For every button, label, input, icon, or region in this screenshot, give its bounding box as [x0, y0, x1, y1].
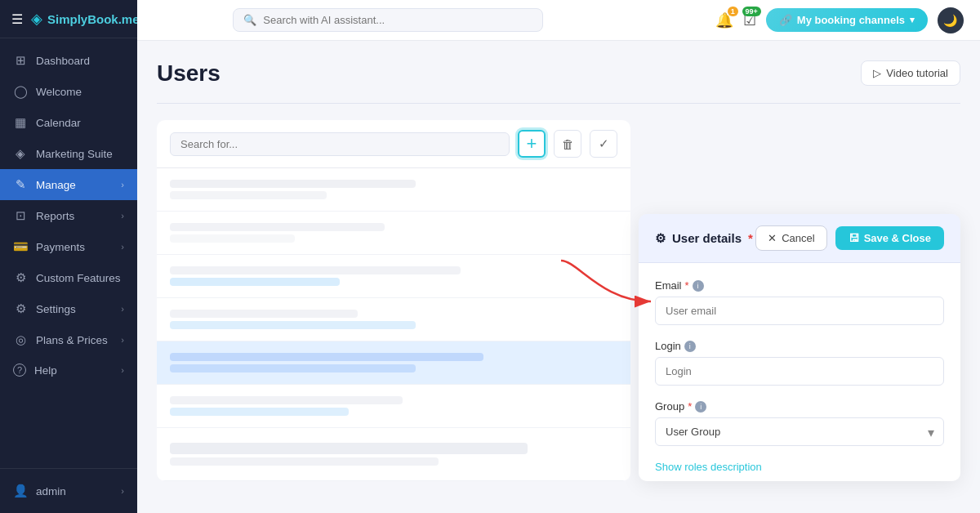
- chevron-down-icon: ▾: [910, 15, 915, 25]
- user-row[interactable]: [157, 341, 630, 385]
- user-row-name: [170, 266, 461, 274]
- sidebar-item-calendar[interactable]: ▦ Calendar: [0, 107, 137, 138]
- sidebar-item-plans-prices[interactable]: ◎ Plans & Prices ›: [0, 324, 137, 355]
- required-star: *: [748, 231, 753, 245]
- plans-icon: ◎: [13, 332, 28, 347]
- cancel-button[interactable]: ✕ Cancel: [755, 225, 826, 251]
- user-row[interactable]: [157, 168, 630, 212]
- panel-title: ⚙ User details *: [655, 231, 753, 246]
- check-icon: ✓: [599, 136, 609, 151]
- show-roles-link[interactable]: Show roles description: [655, 461, 944, 473]
- chevron-right-icon: ›: [121, 211, 124, 221]
- custom-features-icon: ⚙: [13, 270, 28, 285]
- manage-icon: ✎: [13, 177, 28, 192]
- play-icon: ▷: [873, 67, 881, 79]
- user-row[interactable]: [157, 428, 630, 481]
- group-field-group: Group * i User Group Admin Staff ▾: [655, 400, 944, 446]
- user-search-wrap[interactable]: [170, 132, 510, 156]
- required-star: *: [688, 400, 692, 413]
- booking-channels-button[interactable]: 🔗 My booking channels ▾: [766, 8, 928, 32]
- login-input[interactable]: [655, 357, 944, 386]
- video-tutorial-button[interactable]: ▷ Video tutorial: [861, 60, 960, 86]
- x-icon: ✕: [768, 232, 777, 244]
- sidebar-item-label: Payments: [36, 241, 113, 253]
- email-input[interactable]: [655, 297, 944, 325]
- user-row-name: [170, 443, 528, 454]
- login-info-icon[interactable]: i: [684, 341, 696, 352]
- sidebar-item-reports[interactable]: ⊡ Reports ›: [0, 200, 137, 231]
- main-content: Users ▷ Video tutorial + 🗑 ✓: [137, 41, 980, 513]
- user-row-detail: [170, 457, 439, 466]
- panel-actions: ✕ Cancel 🖫 Save & Close: [755, 225, 944, 251]
- payments-icon: 💳: [13, 239, 28, 254]
- chevron-right-icon: ›: [121, 180, 124, 190]
- user-row[interactable]: [157, 255, 630, 298]
- task-badge: 99+: [742, 7, 761, 16]
- group-select[interactable]: User Group Admin Staff: [655, 417, 944, 446]
- sidebar-nav: ⊞ Dashboard ◯ Welcome ▦ Calendar ◈ Marke…: [0, 38, 137, 468]
- notification-bell[interactable]: 🔔 1: [715, 11, 733, 29]
- user-row-name: [170, 180, 416, 188]
- sidebar-item-label: Marketing Suite: [36, 148, 124, 160]
- user-row-detail: [170, 234, 295, 243]
- sidebar: ☰ ◈ SimplyBook.me ⊞ Dashboard ◯ Welcome …: [0, 0, 137, 513]
- sidebar-item-label: Reports: [36, 210, 113, 222]
- search-icon: 🔍: [243, 14, 256, 26]
- welcome-icon: ◯: [13, 84, 28, 99]
- sidebar-item-custom-features[interactable]: ⚙ Custom Features: [0, 262, 137, 293]
- page-header: Users ▷ Video tutorial: [157, 60, 960, 87]
- sidebar-item-label: Plans & Prices: [36, 334, 113, 346]
- save-close-label: Save & Close: [864, 232, 931, 244]
- content-area: + 🗑 ✓: [157, 120, 960, 481]
- sidebar-item-label: Welcome: [36, 86, 124, 98]
- email-info-icon[interactable]: i: [693, 280, 704, 292]
- user-row-name: [170, 223, 385, 231]
- sidebar-item-label: Dashboard: [36, 55, 124, 67]
- sidebar-item-label: Settings: [36, 303, 113, 315]
- admin-icon: 👤: [13, 484, 28, 498]
- cancel-label: Cancel: [782, 232, 814, 244]
- sidebar-item-payments[interactable]: 💳 Payments ›: [0, 231, 137, 262]
- hamburger-icon[interactable]: ☰: [11, 11, 23, 27]
- task-icon[interactable]: ☑ 99+: [743, 11, 756, 29]
- user-row[interactable]: [157, 212, 630, 255]
- select-all-button[interactable]: ✓: [590, 130, 617, 158]
- sidebar-item-manage[interactable]: ✎ Manage ›: [0, 169, 137, 200]
- sidebar-item-label: Help: [34, 364, 113, 377]
- delete-button[interactable]: 🗑: [554, 130, 581, 158]
- marketing-icon: ◈: [13, 146, 28, 161]
- user-row[interactable]: [157, 385, 630, 428]
- sidebar-item-marketing-suite[interactable]: ◈ Marketing Suite: [0, 138, 137, 169]
- user-details-panel: ⚙ User details * ✕ Cancel 🖫 Save & Close: [639, 214, 960, 481]
- sidebar-item-admin[interactable]: 👤 admin ›: [0, 475, 137, 506]
- group-select-wrap: User Group Admin Staff ▾: [655, 417, 944, 446]
- chevron-right-icon: ›: [121, 365, 124, 375]
- user-row-detail: [170, 278, 340, 286]
- search-bar[interactable]: 🔍: [233, 8, 543, 32]
- sliders-icon: ⚙: [655, 231, 666, 246]
- user-row-detail: [170, 321, 416, 329]
- calendar-icon: ▦: [13, 115, 28, 130]
- sidebar-item-label: Custom Features: [36, 272, 124, 284]
- panel-body: Email * i Login i Gr: [639, 263, 960, 481]
- dark-mode-button[interactable]: 🌙: [938, 7, 964, 33]
- sidebar-item-welcome[interactable]: ◯ Welcome: [0, 76, 137, 107]
- sidebar-item-help[interactable]: ? Help ›: [0, 355, 137, 385]
- sidebar-item-settings[interactable]: ⚙ Settings ›: [0, 293, 137, 324]
- help-icon: ?: [13, 364, 26, 377]
- sidebar-item-dashboard[interactable]: ⊞ Dashboard: [0, 45, 137, 76]
- chevron-right-icon: ›: [121, 335, 124, 345]
- moon-icon: 🌙: [943, 14, 957, 27]
- login-field-group: Login i: [655, 340, 944, 386]
- user-search-input[interactable]: [180, 138, 499, 150]
- user-row[interactable]: [157, 298, 630, 341]
- email-label: Email * i: [655, 279, 944, 292]
- search-input[interactable]: [263, 14, 532, 26]
- group-info-icon[interactable]: i: [695, 401, 706, 413]
- topbar-right: 🔔 1 ☑ 99+ 🔗 My booking channels ▾ 🌙: [715, 7, 964, 33]
- add-user-button[interactable]: +: [518, 130, 546, 158]
- dashboard-icon: ⊞: [13, 53, 28, 68]
- sidebar-item-label: Manage: [36, 179, 113, 191]
- save-close-button[interactable]: 🖫 Save & Close: [835, 226, 944, 250]
- sidebar-footer: 👤 admin ›: [0, 468, 137, 513]
